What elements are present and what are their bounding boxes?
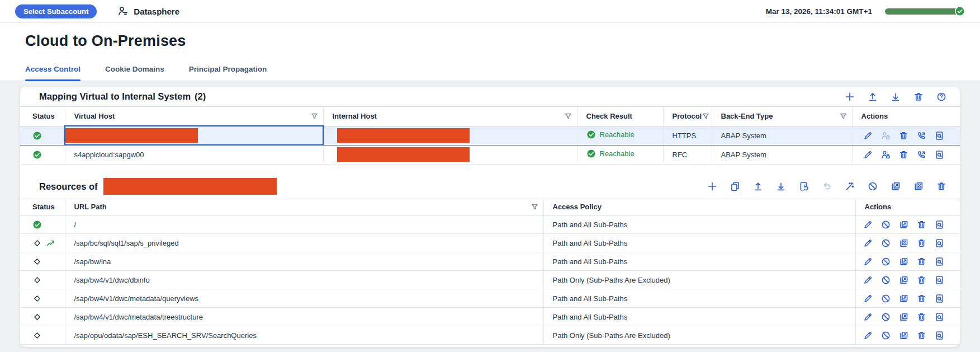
delete-icon[interactable] xyxy=(917,312,926,322)
audit-icon[interactable] xyxy=(935,238,944,248)
select-subaccount-button[interactable]: Select Subaccount xyxy=(15,4,97,18)
filter-icon[interactable] xyxy=(839,112,848,120)
url-path-cell[interactable]: /sap/opu/odata/sap/ESH_SEARCH_SRV/Search… xyxy=(65,326,543,345)
edit-icon[interactable] xyxy=(863,275,873,285)
column-header-back-end-type: Back-End Type xyxy=(712,107,852,126)
add-icon[interactable] xyxy=(845,92,855,102)
resources-table-row[interactable]: /sap/opu/odata/sap/ESH_SEARCH_SRV/Search… xyxy=(20,326,960,345)
audit-icon[interactable] xyxy=(935,294,944,303)
edit-icon[interactable] xyxy=(863,257,873,266)
column-header-actions: Actions xyxy=(855,199,960,215)
audit-icon[interactable] xyxy=(935,312,944,322)
download-icon[interactable] xyxy=(776,181,786,191)
edit-icon[interactable] xyxy=(863,294,873,303)
close-window-icon[interactable] xyxy=(899,238,908,248)
check-availability-icon[interactable] xyxy=(917,150,926,159)
resources-table-row[interactable]: /sap/bc/sql/sql1/sap/s_privilegedPath an… xyxy=(20,234,960,252)
row-actions xyxy=(865,312,956,322)
audit-icon[interactable] xyxy=(935,131,944,140)
status-ok-icon xyxy=(586,130,596,139)
download-icon[interactable] xyxy=(891,92,901,102)
delete-icon[interactable] xyxy=(917,294,926,303)
edit-icon[interactable] xyxy=(863,331,873,340)
upload-icon[interactable] xyxy=(868,92,878,102)
delete-icon[interactable] xyxy=(913,92,924,102)
add-icon[interactable] xyxy=(707,181,717,191)
url-path-cell[interactable]: / xyxy=(65,215,543,234)
block-icon[interactable] xyxy=(881,312,891,322)
edit-icon[interactable] xyxy=(863,150,873,159)
connection-progress-bar xyxy=(885,8,959,15)
resources-table-row[interactable]: /sap/bw4/v1/dwc/metadata/treestructurePa… xyxy=(20,308,960,326)
audit-icon[interactable] xyxy=(935,275,944,285)
status-ok-icon xyxy=(32,220,42,229)
audit-icon[interactable] xyxy=(935,257,944,266)
audit-icon[interactable] xyxy=(935,150,944,159)
open-window-icon[interactable] xyxy=(891,181,901,191)
delete-icon[interactable] xyxy=(917,220,926,229)
principal-propagation-icon[interactable] xyxy=(881,131,891,140)
delete-icon[interactable] xyxy=(899,131,908,140)
block-icon[interactable] xyxy=(881,257,891,266)
delete-icon[interactable] xyxy=(917,257,926,266)
tab-principal-propagation[interactable]: Principal Propagation xyxy=(189,65,267,81)
block-icon[interactable] xyxy=(881,238,891,248)
tab-cookie-domains[interactable]: Cookie Domains xyxy=(105,65,164,81)
status-ok-icon xyxy=(586,149,596,158)
open-window-icon[interactable] xyxy=(899,257,908,266)
internal-host-cell[interactable] xyxy=(323,145,577,164)
edit-icon[interactable] xyxy=(863,312,873,322)
edit-icon[interactable] xyxy=(863,220,873,229)
undo-icon[interactable] xyxy=(822,181,832,191)
filter-icon[interactable] xyxy=(564,112,572,120)
mapping-table-row[interactable]: s4applcloud:sapgw00ReachableRFCABAP Syst… xyxy=(20,145,960,164)
resources-table-row[interactable]: /sap/bw/inaPath and All Sub-Paths xyxy=(20,252,960,271)
virtual-host-cell[interactable]: s4applcloud:sapgw00 xyxy=(65,145,323,164)
block-icon[interactable] xyxy=(881,220,891,229)
url-path-cell[interactable]: /sap/bc/sql/sql1/sap/s_privileged xyxy=(65,234,543,252)
resources-table-row[interactable]: /sap/bw4/v1/dwc/dbinfoPath Only (Sub-Pat… xyxy=(20,271,960,289)
internal-host-cell[interactable] xyxy=(323,126,577,145)
copy-icon[interactable] xyxy=(730,181,740,191)
url-path-cell[interactable]: /sap/bw4/v1/dwc/metadata/queryviews xyxy=(65,289,543,308)
check-availability-icon[interactable] xyxy=(917,131,926,140)
block-icon[interactable] xyxy=(868,181,878,191)
help-icon[interactable] xyxy=(936,92,946,102)
edit-icon[interactable] xyxy=(863,131,873,140)
delete-icon[interactable] xyxy=(936,181,946,191)
principal-propagation-icon[interactable] xyxy=(881,150,891,159)
access-policy-cell: Path Only (Sub-Paths Are Excluded) xyxy=(543,326,855,345)
open-window-icon[interactable] xyxy=(899,331,908,340)
import-refresh-icon[interactable] xyxy=(799,181,809,191)
virtual-host-cell[interactable] xyxy=(65,126,323,145)
open-window-icon[interactable] xyxy=(899,275,908,285)
filter-icon[interactable] xyxy=(702,112,710,120)
status-new-icon xyxy=(32,257,42,266)
url-path-cell[interactable]: /sap/bw4/v1/dwc/metadata/treestructure xyxy=(65,308,543,326)
open-window-icon[interactable] xyxy=(899,294,908,303)
audit-icon[interactable] xyxy=(935,220,944,229)
delete-icon[interactable] xyxy=(899,150,908,159)
block-icon[interactable] xyxy=(881,275,891,285)
tab-access-control[interactable]: Access Control xyxy=(25,65,81,81)
block-icon[interactable] xyxy=(881,294,891,303)
filter-icon[interactable] xyxy=(531,203,539,211)
enrich-wand-icon[interactable] xyxy=(845,181,855,191)
delete-icon[interactable] xyxy=(917,331,926,340)
block-icon[interactable] xyxy=(881,331,891,340)
filter-icon[interactable] xyxy=(310,112,319,120)
mapping-table-row[interactable]: ReachableHTTPSABAP System xyxy=(20,126,960,145)
url-path-cell[interactable]: /sap/bw/ina xyxy=(65,252,543,271)
resources-table-row[interactable]: /sap/bw4/v1/dwc/metadata/queryviewsPath … xyxy=(20,289,960,308)
edit-icon[interactable] xyxy=(863,238,873,248)
open-window-icon[interactable] xyxy=(899,312,908,322)
delete-icon[interactable] xyxy=(917,275,926,285)
delete-icon[interactable] xyxy=(917,238,926,248)
upload-icon[interactable] xyxy=(753,181,763,191)
row-actions xyxy=(865,257,956,266)
audit-icon[interactable] xyxy=(935,331,944,340)
url-path-cell[interactable]: /sap/bw4/v1/dwc/dbinfo xyxy=(65,271,543,289)
open-window-icon[interactable] xyxy=(899,220,908,229)
close-window-icon[interactable] xyxy=(913,181,924,191)
resources-table-row[interactable]: /Path and All Sub-Paths xyxy=(20,215,960,234)
